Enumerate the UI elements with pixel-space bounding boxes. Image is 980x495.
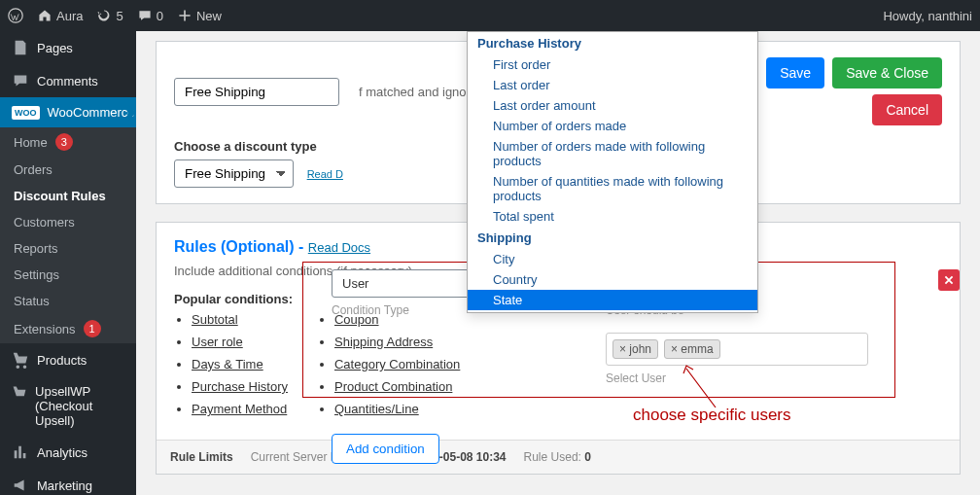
dropdown-group: Shipping — [468, 227, 757, 249]
rules-heading: Rules (Optional) - — [174, 238, 308, 255]
sidebar-item-products[interactable]: Products — [0, 343, 136, 376]
analytics-icon — [12, 443, 29, 461]
sidebar-label: Marketing — [37, 478, 92, 493]
cart-icon — [12, 384, 27, 402]
read-docs-link[interactable]: Read Docs — [308, 240, 370, 255]
badge: 1 — [84, 320, 101, 337]
dropdown-option[interactable]: State — [468, 290, 757, 310]
sidebar-item-woocommerce[interactable]: WOOWooCommerce — [0, 97, 136, 127]
user-tags-input[interactable]: × john× emma — [606, 333, 868, 366]
dropdown-option[interactable]: City — [468, 249, 757, 269]
dropdown-option[interactable]: Zipcode — [468, 310, 757, 313]
sidebar-sub-label: Extensions — [14, 322, 76, 336]
close-icon — [943, 274, 955, 286]
sidebar-label: Analytics — [37, 445, 88, 460]
sidebar-item-marketing[interactable]: Marketing — [0, 469, 136, 495]
sidebar-sub-settings[interactable]: Settings — [0, 262, 136, 288]
site-name: Aura — [56, 9, 83, 23]
products-icon — [12, 351, 29, 369]
dropdown-option[interactable]: Number of orders made with following pro… — [468, 136, 757, 171]
sidebar-label: Comments — [37, 74, 98, 88]
new-link[interactable]: New — [177, 8, 222, 23]
rule-limits-title: Rule Limits — [170, 450, 233, 464]
select-user-label: Select User — [606, 371, 868, 385]
remove-condition-button[interactable] — [938, 269, 960, 291]
dropdown-option[interactable]: Last order amount — [468, 95, 757, 116]
updates-link[interactable]: 5 — [96, 8, 122, 23]
condition-type-dropdown[interactable]: Purchase HistoryFirst orderLast orderLas… — [467, 31, 758, 313]
megaphone-icon — [12, 477, 29, 494]
wp-logo[interactable] — [8, 8, 23, 23]
sidebar-sub-label: Orders — [14, 162, 52, 177]
dropdown-option[interactable]: Number of orders made — [468, 116, 757, 136]
sidebar-sub-label: Customers — [14, 215, 75, 230]
save-close-button[interactable]: Save & Close — [832, 57, 942, 88]
main-content: Purchase HistoryFirst orderLast orderLas… — [136, 31, 980, 495]
cancel-button[interactable]: Cancel — [872, 94, 942, 125]
svg-point-0 — [9, 9, 22, 22]
sidebar-sub-label: Settings — [14, 267, 59, 282]
sidebar-sub-discount-rules[interactable]: Discount Rules — [0, 183, 136, 209]
sidebar-label: UpsellWP(Checkout Upsell) — [35, 384, 124, 428]
dropdown-option[interactable]: Country — [468, 269, 757, 290]
dropdown-group: Purchase History — [468, 32, 757, 54]
save-button[interactable]: Save — [766, 57, 824, 88]
sidebar-sub-label: Discount Rules — [14, 189, 106, 203]
site-link[interactable]: Aura — [37, 8, 83, 23]
sidebar-sub-home[interactable]: Home3 — [0, 127, 136, 157]
read-docs-link[interactable]: Read D — [307, 168, 343, 180]
discount-type-select[interactable]: Free Shipping — [174, 159, 294, 188]
comments-link[interactable]: 0 — [137, 8, 163, 23]
badge: 3 — [55, 133, 73, 151]
sidebar-sub-customers[interactable]: Customers — [0, 209, 136, 235]
sidebar-item-upsellwp[interactable]: UpsellWP(Checkout Upsell) — [0, 376, 136, 436]
add-condition-button[interactable]: Add condition — [332, 434, 439, 464]
wordpress-icon — [8, 8, 23, 23]
condition-type-value: User — [342, 276, 368, 291]
sidebar-label: Products — [37, 353, 87, 368]
dropdown-option[interactable]: First order — [468, 54, 757, 75]
sidebar-sub-label: Reports — [14, 241, 58, 256]
updates-count: 5 — [116, 9, 122, 23]
enable-checkbox-text: f matched and ignore — [359, 85, 477, 99]
popular-condition[interactable]: Payment Method — [192, 402, 288, 416]
home-icon — [37, 8, 52, 23]
sidebar-item-pages[interactable]: Pages — [0, 31, 136, 64]
sidebar-item-comments[interactable]: Comments — [0, 64, 136, 97]
howdy-user[interactable]: Howdy, nanthini — [883, 9, 972, 23]
comments-count: 0 — [157, 9, 163, 23]
woo-icon: WOO — [12, 106, 40, 120]
popular-condition[interactable]: User role — [192, 335, 288, 349]
sidebar-label: WooCommerce — [48, 105, 135, 120]
sidebar-sub-extensions[interactable]: Extensions1 — [0, 314, 136, 343]
comment-icon — [12, 72, 29, 89]
sidebar-label: Pages — [37, 41, 73, 55]
admin-sidebar: Pages Comments WOOWooCommerce Home3 Orde… — [0, 31, 136, 495]
sidebar-sub-label: Status — [14, 294, 50, 308]
admin-topbar: Aura 5 0 New Howdy, nanthini — [0, 0, 980, 31]
woocommerce-submenu: Home3 Orders Discount Rules Customers Re… — [0, 127, 136, 343]
update-icon — [96, 8, 112, 23]
sidebar-item-analytics[interactable]: Analytics — [0, 436, 136, 469]
sidebar-sub-reports[interactable]: Reports — [0, 235, 136, 262]
user-tag[interactable]: × emma — [664, 339, 720, 359]
dropdown-option[interactable]: Last order — [468, 75, 757, 95]
comment-icon — [137, 8, 153, 23]
popular-condition[interactable]: Subtotal — [192, 312, 288, 327]
annotation-text: choose specific users — [633, 406, 791, 425]
plus-icon — [177, 8, 192, 23]
sidebar-sub-status[interactable]: Status — [0, 288, 136, 314]
dropdown-option[interactable]: Number of quantities made with following… — [468, 171, 757, 206]
dropdown-option[interactable]: Total spent — [468, 206, 757, 227]
sidebar-sub-orders[interactable]: Orders — [0, 157, 136, 183]
page-icon — [12, 39, 29, 56]
popular-condition[interactable]: Purchase History — [192, 379, 288, 394]
new-label: New — [196, 9, 222, 23]
popular-condition[interactable]: Days & Time — [192, 357, 288, 371]
user-tag[interactable]: × john — [612, 339, 658, 359]
sidebar-sub-label: Home — [14, 135, 48, 150]
rule-name-input[interactable] — [174, 78, 339, 106]
